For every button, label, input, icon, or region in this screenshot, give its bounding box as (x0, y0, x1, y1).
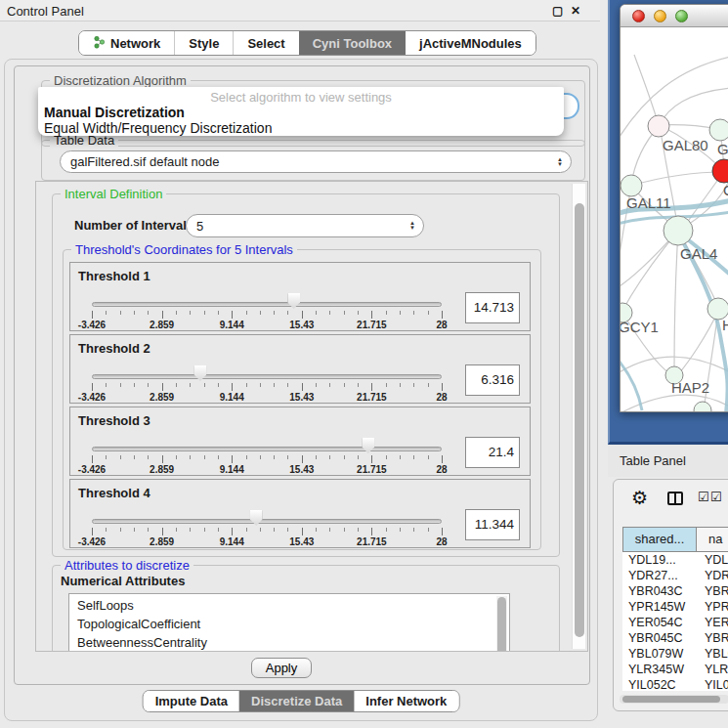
tab-infer-network[interactable]: Infer Network (354, 691, 458, 711)
network-icon (93, 35, 106, 52)
tab-cyni-toolbox[interactable]: Cyni Toolbox (299, 31, 406, 55)
minimize-window-icon[interactable] (654, 10, 666, 22)
table-row[interactable]: YDL19...YDL1 (622, 552, 728, 568)
threshold-2-slider-thumb[interactable] (193, 365, 206, 381)
table-row[interactable]: YDR27...YDR2 (622, 568, 728, 583)
attributes-title: Attributes to discretize (61, 558, 193, 573)
node-ga[interactable] (709, 119, 728, 141)
table-data-groupbox: Table Data galFiltered.sif default node … (41, 140, 585, 181)
list-scrollbar-thumb[interactable] (497, 597, 506, 652)
cyni-toolbox-panel: Discretization Algorithm Select algorith… (4, 59, 598, 721)
algorithm-dropdown-popup: Select algorithm to view settings Manual… (38, 87, 564, 136)
table-data-combobox[interactable]: galFiltered.sif default node ▲▼ (60, 150, 572, 173)
control-panel-titlebar: Control Panel ▢ ✕ (0, 0, 600, 21)
threshold-4-value-field[interactable]: 11.344 (465, 509, 520, 540)
node-label-gal11: GAL11 (626, 194, 671, 211)
node-label-gcy1: GCY1 (621, 319, 659, 335)
interval-definition-title: Interval Definition (61, 187, 166, 201)
tab-discretize-data[interactable]: Discretize Data (239, 691, 354, 711)
tab-network-label: Network (110, 36, 160, 51)
number-of-intervals-label: Number of Intervals (74, 218, 193, 233)
table-horizontal-scrollbar[interactable] (620, 695, 728, 704)
tab-impute-data[interactable]: Impute Data (144, 691, 239, 711)
threshold-1-panel: Threshold 1 -3.426 2.859 9.144 15.43 21.… (69, 262, 531, 331)
tab-network[interactable]: Network (79, 31, 174, 55)
checkbox-icon[interactable]: ☑ (698, 490, 709, 504)
column-header-name[interactable]: na (697, 527, 728, 552)
combo-arrows-icon[interactable]: ▲▼ (549, 157, 571, 167)
node-partial-bottom[interactable] (694, 402, 711, 412)
thresholds-title: Threshold's Coordinates for 5 Intervals (71, 242, 297, 257)
gear-icon[interactable]: ⚙ (631, 489, 648, 507)
tab-style[interactable]: Style (174, 31, 233, 55)
interval-definition-groupbox: Interval Definition Number of Intervals … (52, 193, 560, 557)
number-of-intervals-spinner[interactable]: 5 ▲▼ (186, 214, 424, 237)
numerical-attributes-label: Numerical Attributes (61, 574, 185, 588)
table-row[interactable]: YBL079WYBL0 (622, 646, 728, 662)
control-panel-title: Control Panel (7, 4, 84, 19)
algorithm-option-manual[interactable]: Manual Discretization (38, 105, 564, 120)
threshold-2-value-field[interactable]: 6.316 (465, 364, 520, 396)
settings-scrollbar[interactable] (572, 184, 585, 649)
close-panel-button[interactable]: ✕ (571, 4, 580, 18)
numerical-attributes-list: SelfLoops TopologicalCoefficient Between… (68, 593, 510, 652)
table-row[interactable]: YLR345WYLR3 (622, 662, 728, 677)
list-scrollbar[interactable] (496, 596, 507, 652)
table-row[interactable]: YIL052CYIL0 (622, 677, 728, 691)
table-horizontal-scrollbar-thumb[interactable] (622, 696, 720, 703)
threshold-4-panel: Threshold 4 -3.426 2.859 9.144 15.43 21.… (69, 479, 531, 548)
table-data-value: galFiltered.sif default node (61, 154, 549, 169)
threshold-3-panel: Threshold 3 -3.426 2.859 9.144 15.43 21.… (69, 407, 531, 476)
settings-scroll-panel: Interval Definition Number of Intervals … (35, 181, 588, 652)
columns-icon[interactable] (667, 492, 683, 505)
settings-scrollbar-thumb[interactable] (575, 203, 584, 637)
discretization-settings-panel: Discretization Algorithm Select algorith… (14, 65, 590, 685)
screen: { "control_panel": { "title": "Control P… (0, 0, 728, 728)
network-canvas[interactable]: GAL80 GA C GAL11 GAL4 GCY1 H HAP2 (621, 27, 728, 411)
list-item[interactable]: BetweennessCentrality (69, 633, 509, 652)
control-panel-tab-bar: Network Style Select Cyni Toolbox jActiv… (78, 30, 536, 56)
node-gal80[interactable] (648, 115, 669, 137)
apply-button[interactable]: Apply (251, 658, 312, 678)
table-panel-title: Table Panel (620, 453, 686, 468)
maximize-window-icon[interactable] (675, 10, 688, 22)
node-gal4[interactable] (664, 216, 693, 245)
table-row[interactable]: YER054CYER0 (622, 615, 728, 630)
node-label-gal4: GAL4 (680, 245, 717, 262)
network-view-window[interactable]: GAL80 GA C GAL11 GAL4 GCY1 H HAP2 (620, 4, 728, 412)
threshold-4-slider-thumb[interactable] (250, 510, 263, 526)
attributes-groupbox: Attributes to discretize Numerical Attri… (52, 565, 560, 652)
list-item[interactable]: TopologicalCoefficient (69, 615, 509, 633)
threshold-1-slider-thumb[interactable] (287, 293, 300, 309)
algorithm-placeholder: Select algorithm to view settings (38, 87, 564, 105)
network-window-titlebar[interactable] (621, 5, 728, 27)
threshold-2-panel: Threshold 2 -3.426 2.859 9.144 15.43 21.… (69, 334, 531, 404)
table-row[interactable]: YPR145WYPR1 (622, 599, 728, 615)
algorithm-group-title: Discretization Algorithm (50, 73, 191, 88)
algorithm-option-equal-width[interactable]: Equal Width/Frequency Discretization (38, 120, 564, 136)
number-of-intervals-value: 5 (187, 219, 402, 234)
table-panel-header: Table Panel (608, 445, 728, 477)
node-label-hap2: HAP2 (671, 379, 709, 396)
tab-jactivemnodules[interactable]: jActiveMNodules (406, 31, 535, 55)
list-item[interactable]: SelfLoops (69, 596, 509, 615)
checkbox-icon[interactable]: ☑ (710, 490, 722, 504)
close-window-icon[interactable] (632, 10, 645, 22)
spinner-arrows-icon[interactable]: ▲▼ (402, 221, 423, 231)
table-panel: ⚙ ☑ ☑ shared... na YDL19...YDL1 YDR27...… (613, 479, 728, 711)
table-row[interactable]: YBR043CYBR0 (622, 583, 728, 599)
cyni-bottom-tab-bar: Impute Data Discretize Data Infer Networ… (143, 690, 460, 712)
threshold-1-value-field[interactable]: 14.713 (465, 292, 520, 323)
tab-select[interactable]: Select (233, 31, 298, 55)
node-gal11[interactable] (621, 175, 642, 196)
float-window-button[interactable]: ▢ (552, 4, 563, 18)
node-label-h: H (722, 317, 728, 333)
table-row[interactable]: YBR045CYBR0 (622, 630, 728, 646)
threshold-3-slider-thumb[interactable] (362, 438, 374, 453)
node-label-gal80: GAL80 (663, 137, 708, 153)
thresholds-groupbox: Threshold's Coordinates for 5 Intervals … (63, 249, 541, 550)
node-label-ga: GA (717, 141, 728, 157)
node-label-c: C (723, 182, 728, 198)
threshold-3-value-field[interactable]: 21.4 (465, 437, 520, 468)
column-header-shared-name[interactable]: shared... (622, 527, 697, 552)
